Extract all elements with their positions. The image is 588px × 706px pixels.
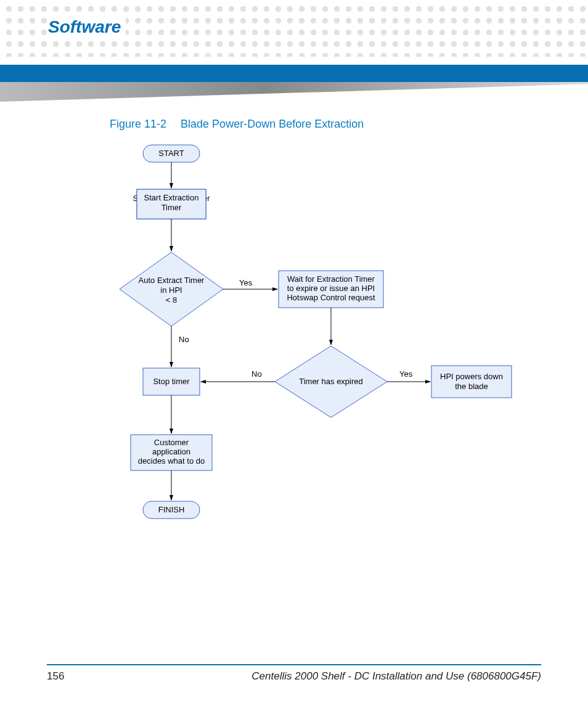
node-customer-l2: application	[152, 447, 190, 456]
flowchart: START Start Extraction Timer Start Extra…	[92, 139, 536, 570]
node-wait-l3: Hotswap Control request	[287, 293, 375, 302]
node-customer-l3: decides what to do	[138, 456, 205, 466]
label-yes-2: Yes	[399, 369, 413, 379]
label-no-1: No	[179, 335, 189, 344]
doc-title: Centellis 2000 Shelf - DC Installation a…	[251, 670, 541, 683]
page-number: 156	[47, 670, 64, 683]
figure-title: Blade Power-Down Before Extraction	[181, 118, 364, 130]
figure-caption: Figure 11-2 Blade Power-Down Before Extr…	[110, 118, 364, 131]
header-blue-band	[0, 65, 588, 82]
node-hpi-l2: the blade	[455, 382, 488, 391]
node-start: START	[158, 149, 184, 158]
node-auto-extract-l2: in HPI	[160, 285, 182, 295]
node-wait-l1: Wait for Extraction Timer	[287, 274, 375, 284]
label-yes-1: Yes	[239, 278, 253, 287]
node-timer-expired: Timer has expired	[299, 377, 363, 386]
svg-text:Timer: Timer	[161, 203, 182, 212]
node-finish: FINISH	[158, 505, 185, 514]
node-auto-extract-l3: < 8	[166, 295, 177, 305]
node-stop-timer: Stop timer	[153, 377, 190, 386]
header-grey-wedge	[0, 82, 588, 102]
label-no-2: No	[251, 369, 262, 379]
node-customer-l1: Customer	[154, 438, 189, 447]
node-auto-extract-l1: Auto Extract Timer	[139, 276, 205, 285]
figure-number: Figure 11-2	[110, 118, 166, 130]
node-hpi-l1: HPI powers down	[440, 372, 503, 381]
node-start-extraction-timer: Start Extraction	[144, 193, 199, 202]
node-wait-l2: to expire or issue an HPI	[287, 284, 375, 293]
page-footer: 156 Centellis 2000 Shelf - DC Installati…	[47, 664, 541, 683]
section-heading: Software	[47, 16, 126, 38]
